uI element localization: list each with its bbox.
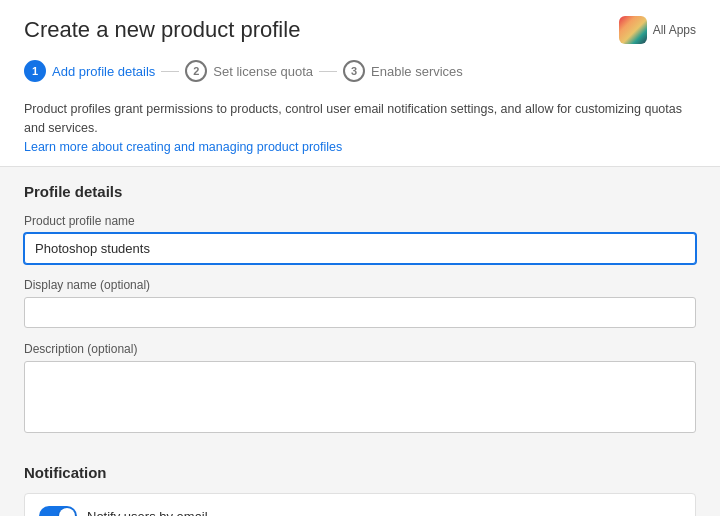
- profile-name-field: Product profile name: [24, 214, 696, 264]
- description-bar: Product profiles grant permissions to pr…: [0, 92, 720, 167]
- page-wrapper: Create a new product profile All Apps 1 …: [0, 0, 720, 516]
- profile-name-label: Product profile name: [24, 214, 696, 228]
- description-text: Product profiles grant permissions to pr…: [24, 102, 682, 135]
- description-field: Description (optional): [24, 342, 696, 436]
- step-1-label: Add profile details: [52, 64, 155, 79]
- learn-more-link[interactable]: Learn more about creating and managing p…: [24, 140, 342, 154]
- step-1: 1 Add profile details: [24, 60, 155, 82]
- step-1-circle: 1: [24, 60, 46, 82]
- form-section: Profile details Product profile name Dis…: [0, 167, 720, 450]
- description-label: Description (optional): [24, 342, 696, 356]
- display-name-field: Display name (optional): [24, 278, 696, 328]
- toggle-knob: [59, 508, 75, 516]
- notify-label: Notify users by email: [87, 509, 208, 516]
- all-apps-badge: All Apps: [619, 16, 696, 44]
- notify-toggle[interactable]: [39, 506, 77, 516]
- step-2: 2 Set license quota: [185, 60, 313, 82]
- all-apps-label: All Apps: [653, 23, 696, 37]
- step-3: 3 Enable services: [343, 60, 463, 82]
- step-2-circle: 2: [185, 60, 207, 82]
- display-name-input[interactable]: [24, 297, 696, 328]
- header: Create a new product profile All Apps: [0, 0, 720, 52]
- step-separator-2: [319, 71, 337, 72]
- step-3-circle: 3: [343, 60, 365, 82]
- notification-section: Notification Notify users by email Notif…: [0, 450, 720, 516]
- all-apps-icon: [619, 16, 647, 44]
- page-title: Create a new product profile: [24, 17, 300, 43]
- display-name-label: Display name (optional): [24, 278, 696, 292]
- step-separator-1: [161, 71, 179, 72]
- step-3-label: Enable services: [371, 64, 463, 79]
- notification-row: Notify users by email Notify users by em…: [24, 493, 696, 516]
- profile-section-title: Profile details: [24, 183, 696, 200]
- notify-label-row: Notify users by email: [39, 506, 681, 516]
- stepper: 1 Add profile details 2 Set license quot…: [0, 52, 720, 92]
- profile-name-input[interactable]: [24, 233, 696, 264]
- notification-title: Notification: [24, 464, 696, 481]
- description-input[interactable]: [24, 361, 696, 433]
- step-2-label: Set license quota: [213, 64, 313, 79]
